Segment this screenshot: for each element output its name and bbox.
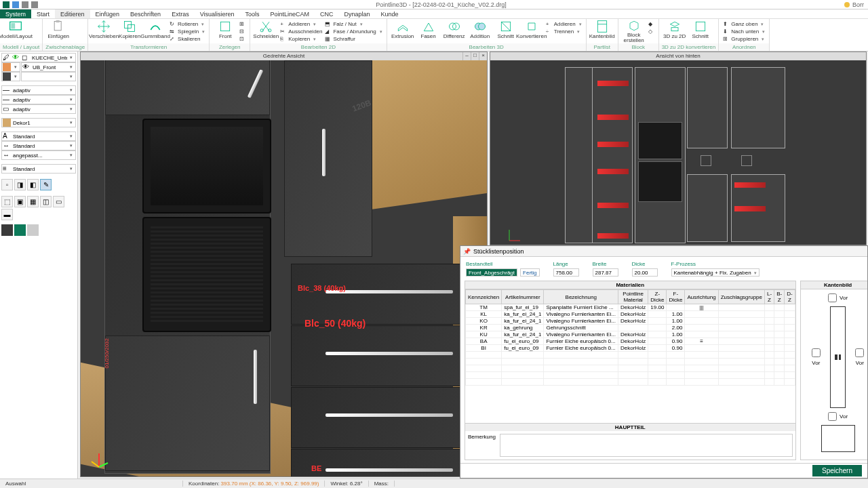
tab-dynaplan[interactable]: Dynaplan <box>339 9 376 18</box>
adapt-row-2[interactable]: ▭adaptiv▾ <box>1 104 76 114</box>
bemerkung-textarea[interactable] <box>500 434 793 457</box>
swatch-2[interactable] <box>14 224 26 236</box>
edge-vor-top[interactable] <box>828 293 837 302</box>
diff-button[interactable]: Differenz <box>441 20 467 43</box>
user-badge[interactable] <box>844 2 850 7</box>
tool-b4[interactable]: ◫ <box>40 196 52 207</box>
adapt-row-1[interactable]: —adaptiv▾ <box>1 95 76 104</box>
tab-cnc[interactable]: CNC <box>315 9 339 18</box>
3dto2d-button[interactable]: 3D zu 2D <box>662 20 688 43</box>
tool-a3[interactable]: ◧ <box>27 179 39 190</box>
qat-icon[interactable] <box>3 1 9 8</box>
table-row[interactable]: KRka_gehrungGehrungsschnitt2.00 <box>466 325 795 331</box>
scale-button[interactable]: ⤢Skalieren <box>168 35 206 43</box>
table-row[interactable]: BAfu_ei_euro_09Furnier Eiche europäisch … <box>466 338 795 345</box>
copy-button[interactable]: Kopieren <box>117 20 142 43</box>
blockcreate-button[interactable]: Block erstellen <box>621 20 647 43</box>
col-header[interactable]: L-Z <box>765 290 774 304</box>
col-header[interactable]: Artikelnummer <box>502 290 544 304</box>
col-header[interactable]: Kennzeichen <box>466 290 502 304</box>
section-button[interactable]: Schnitt <box>493 20 519 43</box>
copy2d-button[interactable]: ⎘Kopieren▾ <box>279 35 323 43</box>
front-button[interactable]: Front <box>212 20 238 43</box>
add3d-button[interactable]: Addition <box>467 20 493 43</box>
rubberband-button[interactable]: Gummiband <box>142 20 168 43</box>
col-header[interactable]: Pointline Material <box>618 290 648 304</box>
edge-vor-left[interactable] <box>812 348 821 357</box>
fprozess-value[interactable]: Kantenabhängig + Fix. Zugaben ▾ <box>671 268 760 277</box>
edge-vor-bottom[interactable] <box>828 412 837 421</box>
col-header[interactable]: Bezeichnung <box>544 290 618 304</box>
falznut-button[interactable]: ⬒Falz / Nut▾ <box>323 20 383 28</box>
tab-editieren[interactable]: Editieren <box>55 9 90 18</box>
convert-button[interactable]: Konvertieren <box>519 20 545 43</box>
viewport-back[interactable]: Ansicht von hinten <box>490 52 867 245</box>
table-row[interactable]: KUka_fur_ei_24_1Vivalegno Furnierkanten … <box>466 331 795 338</box>
std2-dropdown[interactable]: ≡Standard▾ <box>1 164 76 174</box>
tab-beschriften[interactable]: Beschriften <box>125 9 166 18</box>
std-row-1[interactable]: ↔Standard▾ <box>1 141 76 150</box>
col-header[interactable]: F-Dicke <box>667 290 685 304</box>
pin-icon[interactable]: 📌 <box>463 248 471 255</box>
fertig-value[interactable]: Fertig <box>520 268 539 277</box>
color-box1[interactable]: ▾ <box>1 62 20 72</box>
laenge-value[interactable]: 758.00 <box>553 268 579 277</box>
tool-b5[interactable]: ▭ <box>53 196 64 207</box>
tab-tools[interactable]: Tools <box>240 9 265 18</box>
dicke-value[interactable]: 20.00 <box>632 268 658 277</box>
group-button[interactable]: ⊞Gruppieren▾ <box>722 35 766 43</box>
tab-pointlinecam[interactable]: PointLineCAM <box>265 9 315 18</box>
col-header[interactable]: B-Z <box>774 290 785 304</box>
col-header[interactable]: D-Z <box>785 290 795 304</box>
tab-start[interactable]: Start <box>31 9 55 18</box>
vp-close-icon[interactable]: × <box>479 52 487 60</box>
vp-min-icon[interactable]: – <box>462 52 471 60</box>
tab-einfuegen[interactable]: Einfügen <box>90 9 125 18</box>
hatch-button[interactable]: ▦Schraffur <box>323 35 383 43</box>
paste-button[interactable]: Einfügen <box>45 20 71 43</box>
tool-a1[interactable]: ▫ <box>1 179 13 190</box>
layer-dropdown[interactable]: 🖊👁◻KUECHE_Unterbau▾ <box>1 53 76 62</box>
add2d-button[interactable]: +Addieren▾ <box>279 20 323 28</box>
chamfer-button[interactable]: ◢Fase / Abrundung▾ <box>323 28 383 35</box>
cut-button[interactable]: Schneiden <box>253 20 279 43</box>
edge-vor-right[interactable] <box>855 348 864 357</box>
material-dropdown[interactable]: Dekor1▾ <box>1 118 76 127</box>
table-row[interactable]: KLka_fur_ei_24_1Vivalegno Furnierkanten … <box>466 311 795 318</box>
vp-max-icon[interactable]: □ <box>471 52 479 60</box>
tab-system[interactable]: System <box>0 9 31 18</box>
mirror-button[interactable]: ⇋Spiegeln▾ <box>168 28 206 35</box>
zer-small3[interactable]: ⊡ <box>238 35 247 43</box>
tool-a2[interactable]: ◨ <box>14 179 26 190</box>
rotate-button[interactable]: ↻Rotieren▾ <box>168 20 206 28</box>
tool-b1[interactable]: ⬚ <box>1 196 13 207</box>
tool-a4[interactable]: ✎ <box>40 179 52 190</box>
zer-small1[interactable]: ⊞ <box>238 20 247 28</box>
schnitt2-button[interactable]: Schnitt <box>688 20 713 43</box>
cutout2d-button[interactable]: ✂Ausschneiden <box>279 28 323 35</box>
zer-small2[interactable]: ⊟ <box>238 28 247 35</box>
table-row[interactable]: KOka_fur_ei_24_1Vivalegno Furnierkanten … <box>466 318 795 325</box>
tab-visualisieren[interactable]: Visualisieren <box>195 9 240 18</box>
table-row[interactable]: BIfu_ei_euro_09Furnier Eiche europäisch … <box>466 345 795 352</box>
breite-value[interactable]: 287.87 <box>593 268 618 277</box>
col-header[interactable]: Z-Dicke <box>648 290 667 304</box>
viewport-3d[interactable]: Gedrehte Ansicht –□× 120B Blc_50 (40kg) … <box>80 52 488 477</box>
tab-extras[interactable]: Extras <box>166 9 195 18</box>
undo-icon[interactable] <box>22 1 28 8</box>
dialog-title[interactable]: 📌 Stücklistenposition <box>460 246 867 257</box>
save-button[interactable]: Speichern <box>812 465 862 476</box>
swatch-3[interactable] <box>27 224 39 236</box>
tool-b3[interactable]: ▦ <box>27 196 39 207</box>
extrude-button[interactable]: Extrusion <box>390 20 416 43</box>
senddown-button[interactable]: ⬇Nach unten▾ <box>722 28 766 35</box>
bringfront-button[interactable]: ⬆Ganz oben▾ <box>722 20 766 28</box>
sublayer-dropdown[interactable]: 👁UB_Front▾ <box>21 62 76 72</box>
redo-icon[interactable] <box>31 1 38 8</box>
std-row-0[interactable]: AStandard▾ <box>1 131 76 141</box>
tool-b2[interactable]: ▣ <box>14 196 26 207</box>
bestandteil-value[interactable]: Front_Abgeschrägt <box>466 268 517 277</box>
col-header[interactable]: Ausrichtung <box>685 290 718 304</box>
split3d-btn[interactable]: ÷Trennen▾ <box>545 28 583 35</box>
std-row-2[interactable]: ↔angepasst...▾ <box>1 150 76 160</box>
